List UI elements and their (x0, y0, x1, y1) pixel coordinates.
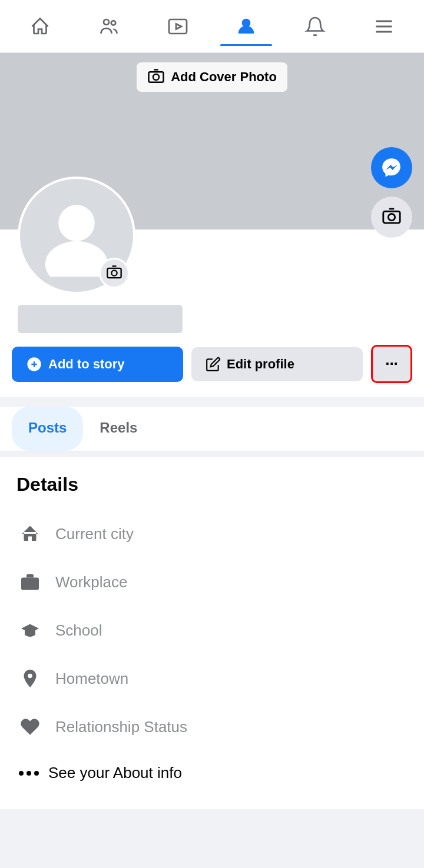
profile-section: Add to story Edit profile ··· (0, 230, 424, 397)
nav-menu[interactable] (358, 8, 410, 45)
avatar-camera-button[interactable] (99, 258, 130, 288)
school-icon (16, 617, 44, 644)
more-options-button[interactable]: ··· (371, 345, 412, 383)
add-to-story-label: Add to story (48, 357, 125, 372)
add-to-story-button[interactable]: Add to story (12, 347, 183, 382)
cover-camera-icon (382, 207, 402, 227)
tab-posts[interactable]: Posts (12, 407, 83, 451)
profile-icon (232, 12, 260, 41)
home-detail-icon (16, 520, 44, 547)
svg-point-15 (388, 214, 395, 220)
svg-marker-3 (176, 24, 181, 29)
right-action-icons (371, 147, 412, 238)
nav-profile[interactable] (220, 8, 272, 45)
friends-icon (95, 12, 123, 41)
detail-school[interactable]: School (16, 606, 408, 654)
watch-icon (164, 12, 192, 41)
plus-icon (26, 356, 42, 373)
svg-point-1 (111, 21, 116, 25)
svg-point-9 (153, 74, 159, 80)
hamburger-icon (370, 12, 398, 41)
more-label: ··· (385, 355, 398, 373)
action-buttons-row: Add to story Edit profile ··· (0, 345, 424, 397)
cover-camera-button[interactable] (371, 197, 412, 238)
svg-point-21 (28, 674, 32, 679)
tab-reels[interactable]: Reels (83, 407, 154, 451)
briefcase-icon (16, 568, 44, 596)
heart-icon (16, 713, 44, 740)
messenger-icon (380, 157, 403, 179)
detail-workplace[interactable]: Workplace (16, 558, 408, 606)
svg-point-13 (111, 270, 117, 275)
nav-home[interactable] (14, 8, 66, 45)
details-section: Details Current city Workplace School Ho… (0, 457, 424, 809)
add-cover-photo-button[interactable]: Add Cover Photo (137, 62, 287, 92)
camera-icon (106, 265, 122, 281)
bell-icon (301, 12, 329, 41)
nav-watch[interactable] (152, 8, 204, 45)
svg-rect-2 (169, 19, 187, 34)
relationship-label: Relationship Status (55, 718, 187, 736)
nav-friends[interactable] (83, 8, 135, 45)
messenger-button[interactable] (371, 147, 412, 188)
school-label: School (55, 621, 102, 640)
detail-current-city[interactable]: Current city (16, 510, 408, 558)
details-title: Details (16, 474, 408, 495)
see-about-label: See your About info (48, 764, 182, 782)
edit-profile-label: Edit profile (227, 357, 294, 372)
current-city-label: Current city (55, 525, 134, 543)
add-cover-label: Add Cover Photo (171, 69, 277, 85)
svg-point-0 (104, 19, 109, 25)
pencil-icon (206, 357, 221, 372)
svg-point-4 (243, 19, 250, 26)
hometown-label: Hometown (55, 670, 128, 688)
detail-relationship[interactable]: Relationship Status (16, 703, 408, 751)
see-about-row[interactable]: See your About info (16, 753, 408, 793)
svg-rect-19 (21, 578, 39, 590)
svg-point-10 (58, 205, 95, 241)
top-navigation (0, 0, 424, 53)
location-pin-icon (16, 665, 44, 692)
home-icon (26, 12, 54, 41)
workplace-label: Workplace (55, 573, 127, 591)
three-dots-icon (16, 771, 39, 776)
avatar-wrapper (18, 177, 135, 294)
section-divider (0, 397, 424, 407)
tabs-row: Posts Reels (0, 407, 424, 451)
detail-hometown[interactable]: Hometown (16, 654, 408, 703)
nav-notifications[interactable] (289, 8, 341, 45)
edit-profile-button[interactable]: Edit profile (191, 347, 363, 381)
name-placeholder (18, 305, 183, 333)
